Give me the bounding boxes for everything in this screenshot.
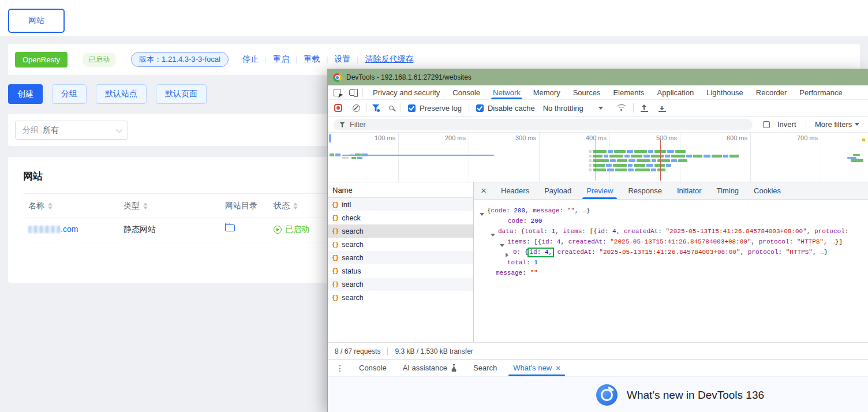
site-name-cell[interactable]: .com: [28, 224, 78, 234]
json-tree-line[interactable]: message: "": [474, 268, 868, 278]
json-tree-line[interactable]: items: [{id: 4, createdAt: "2025-05-13T1…: [474, 237, 868, 247]
request-row[interactable]: {}search: [328, 224, 473, 238]
request-row[interactable]: {}intl: [328, 198, 473, 211]
waterfall-bar: [617, 159, 627, 162]
column-header[interactable]: 类型: [124, 201, 148, 211]
details-tab-headers[interactable]: Headers: [493, 182, 537, 199]
toolbar-button[interactable]: 分组: [52, 84, 87, 104]
devtools-tab-console[interactable]: Console: [446, 85, 487, 99]
sort-icon[interactable]: [293, 203, 298, 209]
column-header[interactable]: 状态: [274, 201, 298, 211]
devtools-tab-elements[interactable]: Elements: [607, 85, 650, 99]
waterfall-bar: [627, 150, 633, 153]
network-conditions-icon[interactable]: [617, 104, 626, 111]
service-version-badge[interactable]: 版本：1.21.4.3-3-3-focal: [131, 52, 229, 67]
invert-checkbox[interactable]: [763, 121, 770, 128]
group-filter-select[interactable]: 分组 所有: [15, 121, 128, 140]
caret-down-icon[interactable]: [855, 123, 859, 126]
waterfall-bar: [624, 155, 630, 158]
close-details-icon[interactable]: ×: [474, 182, 493, 199]
devtools-tab-performance[interactable]: Performance: [793, 85, 848, 99]
drawer-tab-console[interactable]: Console: [351, 359, 395, 376]
details-tab-initiator[interactable]: Initiator: [669, 182, 709, 199]
json-tree-line[interactable]: 0: {id: 4, createdAt: "2025-05-13T15:41:…: [474, 247, 868, 257]
close-tab-icon[interactable]: ×: [556, 364, 560, 373]
details-tab-preview[interactable]: Preview: [579, 182, 620, 199]
drawer-menu-icon[interactable]: ⋮: [328, 359, 351, 376]
waterfall-bar: [593, 150, 607, 153]
details-tab-response[interactable]: Response: [620, 182, 669, 199]
devtools-tab-recorder[interactable]: Recorder: [750, 85, 793, 99]
toolbar-button[interactable]: 默认页面: [156, 84, 207, 104]
drawer-tab-ai-assistance[interactable]: AI assistance: [395, 359, 465, 376]
request-row[interactable]: {}check: [328, 211, 473, 224]
invert-label[interactable]: Invert: [777, 120, 796, 129]
inspect-element-icon[interactable]: [334, 89, 341, 96]
create-button[interactable]: 创建: [8, 84, 43, 104]
import-har-icon[interactable]: [641, 104, 648, 112]
overview-scroll-thumb[interactable]: [329, 134, 331, 143]
waterfall-bar: [651, 155, 664, 158]
details-tab-payload[interactable]: Payload: [537, 182, 579, 199]
column-header[interactable]: 名称: [28, 201, 53, 211]
request-row[interactable]: {}search: [328, 251, 473, 264]
sort-icon[interactable]: [48, 203, 53, 209]
whats-new-title: What's new in DevTools 136: [627, 389, 764, 402]
service-action-link[interactable]: 设置: [334, 54, 350, 65]
request-row[interactable]: {}search: [328, 291, 473, 304]
request-name: status: [342, 267, 361, 275]
site-name-link[interactable]: .com: [61, 224, 78, 234]
preserve-log-checkbox[interactable]: [408, 104, 416, 112]
record-network-log-icon[interactable]: [334, 104, 342, 112]
preserve-log-label[interactable]: Preserve log: [420, 104, 462, 113]
json-tree-line[interactable]: data: {total: 1, items: [{id: 4, created…: [474, 226, 868, 237]
device-toolbar-icon[interactable]: [349, 89, 357, 96]
search-icon[interactable]: [389, 106, 394, 110]
devtools-tab-sources[interactable]: Sources: [567, 85, 607, 99]
request-row[interactable]: {}search: [328, 238, 473, 251]
drawer-tab-what-s-new[interactable]: What's new×: [505, 359, 568, 376]
service-action-link[interactable]: 清除反代缓存: [365, 54, 413, 65]
json-tree-line[interactable]: total: 1: [474, 257, 868, 268]
waterfall-bar: [589, 155, 592, 158]
drawer-tab-search[interactable]: Search: [465, 359, 505, 376]
json-tree-line[interactable]: {code: 200, message: "", …}: [474, 205, 868, 216]
devtools-tab-application[interactable]: Application: [651, 85, 701, 99]
request-list-header[interactable]: Name: [328, 182, 473, 198]
clear-network-log-icon[interactable]: [353, 104, 360, 112]
folder-icon[interactable]: [225, 224, 235, 231]
devtools-tab-lighthouse[interactable]: Lighthouse: [700, 85, 750, 99]
request-name: intl: [342, 201, 351, 209]
devtools-tab-memory[interactable]: Memory: [527, 85, 567, 99]
preview-json-tree[interactable]: {code: 200, message: "", …}code: 200data…: [474, 200, 868, 342]
disable-cache-label[interactable]: Disable cache: [488, 104, 535, 113]
toolbar-button[interactable]: 默认站点: [96, 84, 147, 104]
devtools-tab-network[interactable]: Network: [487, 85, 527, 99]
site-directory-cell[interactable]: [225, 223, 235, 233]
export-har-icon[interactable]: [659, 104, 666, 112]
service-action-link[interactable]: 停止: [242, 54, 259, 65]
service-action-link[interactable]: 重启: [273, 54, 289, 65]
filter-pill[interactable]: [334, 119, 753, 130]
service-status-badge: 已启动: [83, 53, 116, 67]
request-row[interactable]: {}search: [328, 278, 473, 291]
details-tab-timing[interactable]: Timing: [709, 182, 747, 199]
devtools-tab-privacy-and-security[interactable]: Privacy and security: [366, 85, 446, 99]
network-status-bar: 8 / 67 requests 9.3 kB / 1,530 kB transf…: [328, 342, 868, 359]
tab-websites[interactable]: 网站: [8, 9, 65, 33]
devtools-titlebar[interactable]: DevTools - 192.168.1.61:27291/websites: [328, 69, 868, 85]
more-filters-label[interactable]: More filters: [815, 120, 852, 129]
throttling-select[interactable]: No throttling: [543, 104, 583, 113]
waterfall-bar: [729, 155, 739, 158]
network-overview-timeline[interactable]: 100 ms200 ms300 ms400 ms500 ms600 ms700 …: [328, 133, 868, 182]
request-row[interactable]: {}status: [328, 264, 473, 278]
devtools-tabstrip: Privacy and securityConsoleNetworkMemory…: [328, 85, 868, 100]
filter-input[interactable]: [350, 121, 696, 129]
json-tree-line[interactable]: code: 200: [474, 216, 868, 226]
disable-cache-checkbox[interactable]: [476, 104, 484, 112]
waterfall-bar: [342, 157, 349, 159]
sort-icon[interactable]: [143, 203, 148, 209]
service-action-link[interactable]: 重载: [304, 54, 320, 65]
caret-down-icon[interactable]: [598, 107, 603, 110]
details-tab-cookies[interactable]: Cookies: [746, 182, 788, 199]
